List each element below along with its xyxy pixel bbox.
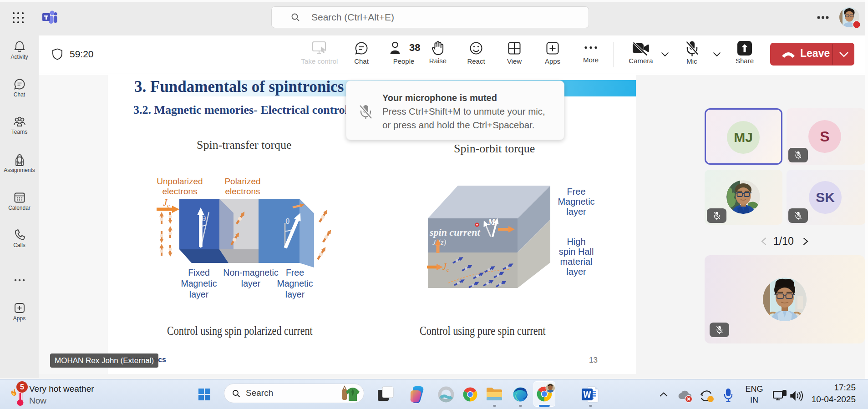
svg-text:spin current: spin current <box>429 227 481 238</box>
svg-text:Unpolarized: Unpolarized <box>157 177 203 186</box>
svg-text:Magnetic: Magnetic <box>277 278 313 288</box>
svg-text:layer: layer <box>285 289 305 299</box>
svg-text:Magnetic: Magnetic <box>558 197 594 207</box>
svg-text:spin Hall: spin Hall <box>559 247 594 257</box>
svg-text:Free: Free <box>286 268 304 278</box>
svg-text:layer: layer <box>189 289 209 299</box>
svg-text:electrons: electrons <box>162 187 197 196</box>
svg-text:Magnetic: Magnetic <box>181 278 217 288</box>
svg-text:material: material <box>560 257 592 267</box>
svg-text:θ: θ <box>285 217 289 226</box>
svg-text:Polarized: Polarized <box>224 177 260 186</box>
svg-text:High: High <box>567 237 585 247</box>
svg-text:Non-magnetic: Non-magnetic <box>223 268 279 278</box>
svg-text:layer: layer <box>241 278 261 288</box>
svg-text:θ: θ <box>202 214 206 223</box>
svg-text:M: M <box>487 217 496 227</box>
svg-text:Fixed: Fixed <box>188 268 210 278</box>
svg-text:Je: Je <box>163 197 170 209</box>
svg-text:Free: Free <box>567 187 585 197</box>
svg-text:layer: layer <box>566 207 586 217</box>
svg-text:electrons: electrons <box>225 187 260 196</box>
svg-text:layer: layer <box>566 267 586 277</box>
